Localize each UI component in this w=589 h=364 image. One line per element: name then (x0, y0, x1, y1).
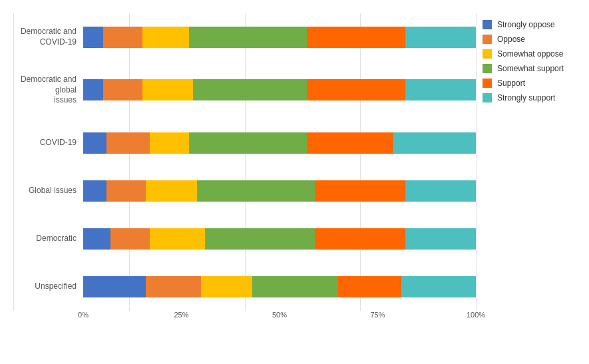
legend-label-oppose: Oppose (497, 35, 525, 44)
bar-segment-strongly_support (393, 132, 476, 154)
bar-row-5: Unspecified (13, 276, 476, 297)
legend-label-support: Support (497, 79, 525, 88)
x-tick-1: 25% (174, 311, 188, 319)
bar-segment-somewhat_oppose (142, 27, 190, 48)
legend-item-somewhat_support: Somewhat support (483, 64, 582, 73)
bar-segment-support (307, 27, 405, 48)
bar-wrapper-1 (83, 79, 476, 100)
bar-segment-somewhat_support (189, 132, 307, 154)
bar-segment-support (315, 180, 405, 202)
grid-line (129, 13, 130, 311)
bar-segment-oppose (103, 27, 142, 48)
bar-segment-somewhat_oppose (150, 132, 189, 154)
grid-line (360, 13, 361, 311)
x-tick-0: 0% (78, 311, 89, 319)
x-tick-3: 75% (370, 311, 385, 319)
legend-item-support: Support (483, 79, 582, 88)
chart-area: Democratic andCOVID-19Democratic and glo… (13, 13, 476, 324)
legend-label-strongly_oppose: Strongly oppose (497, 20, 555, 29)
bar-label-2: COVID-19 (13, 138, 83, 148)
legend-item-somewhat_oppose: Somewhat oppose (483, 49, 582, 59)
bar-row-3: Global issues (13, 180, 476, 202)
bar-segment-support (315, 228, 405, 250)
bar-segment-strongly_oppose (83, 276, 146, 297)
bar-segment-strongly_support (405, 27, 476, 48)
bar-segment-oppose (106, 132, 150, 154)
bar-segment-strongly_oppose (83, 79, 103, 100)
bar-segment-somewhat_support (205, 228, 315, 250)
bar-segment-oppose (146, 276, 201, 297)
bar-wrapper-3 (83, 180, 476, 202)
grid-line (13, 13, 14, 311)
bar-segment-strongly_support (405, 79, 476, 100)
legend-color-strongly_oppose (483, 20, 492, 29)
legend-label-somewhat_oppose: Somewhat oppose (497, 49, 563, 59)
bar-label-1: Democratic and globalissues (13, 75, 83, 106)
bar-segment-support (338, 276, 401, 297)
legend-color-oppose (483, 35, 492, 44)
x-axis-container: 0%25%50%75%100% (83, 311, 476, 324)
bar-segment-somewhat_oppose (201, 276, 252, 297)
bar-segment-somewhat_oppose (146, 180, 197, 202)
bar-segment-somewhat_support (189, 27, 307, 48)
bar-segment-strongly_oppose (83, 180, 106, 202)
bar-segment-somewhat_support (197, 180, 315, 202)
legend-color-support (483, 79, 492, 88)
bar-label-4: Democratic (13, 234, 83, 244)
legend-item-strongly_support: Strongly support (483, 93, 582, 102)
bar-segment-support (307, 79, 405, 100)
legend-label-strongly_support: Strongly support (497, 93, 555, 102)
bar-segment-strongly_support (405, 228, 476, 250)
bar-segment-somewhat_support (193, 79, 307, 100)
bar-wrapper-0 (83, 27, 476, 48)
bar-segment-strongly_oppose (83, 27, 103, 48)
chart-container: Democratic andCOVID-19Democratic and glo… (0, 0, 589, 364)
legend-item-oppose: Oppose (483, 35, 582, 44)
x-tick-2: 50% (272, 311, 287, 319)
bar-row-2: COVID-19 (13, 132, 476, 154)
grid-line (245, 13, 246, 311)
grid-lines (13, 13, 476, 311)
bar-segment-somewhat_oppose (150, 228, 205, 250)
bar-row-1: Democratic and globalissues (13, 75, 476, 106)
bar-segment-oppose (103, 79, 142, 100)
bar-wrapper-4 (83, 228, 476, 250)
bar-segment-strongly_oppose (83, 228, 110, 250)
bar-segment-strongly_oppose (83, 132, 106, 154)
legend-color-strongly_support (483, 93, 492, 102)
bar-label-5: Unspecified (13, 281, 83, 292)
bar-wrapper-5 (83, 276, 476, 297)
bar-wrapper-2 (83, 132, 476, 154)
bar-segment-somewhat_support (252, 276, 339, 297)
legend-color-somewhat_support (483, 64, 492, 73)
bar-segment-oppose (110, 228, 150, 250)
legend: Strongly opposeOpposeSomewhat opposeSome… (476, 13, 582, 324)
bar-row-4: Democratic (13, 228, 476, 250)
x-tick-4: 100% (467, 311, 485, 319)
bar-segment-strongly_support (401, 276, 476, 297)
bar-segment-oppose (106, 180, 146, 202)
legend-label-somewhat_support: Somewhat support (497, 64, 564, 73)
bars-section: Democratic andCOVID-19Democratic and glo… (13, 13, 476, 311)
legend-color-somewhat_oppose (483, 49, 492, 59)
bar-label-0: Democratic andCOVID-19 (13, 27, 83, 47)
bar-label-3: Global issues (13, 186, 83, 196)
bar-row-0: Democratic andCOVID-19 (13, 27, 476, 48)
bar-segment-strongly_support (405, 180, 476, 202)
bar-segment-somewhat_oppose (142, 79, 194, 100)
legend-item-strongly_oppose: Strongly oppose (483, 20, 582, 29)
bar-segment-support (307, 132, 393, 154)
